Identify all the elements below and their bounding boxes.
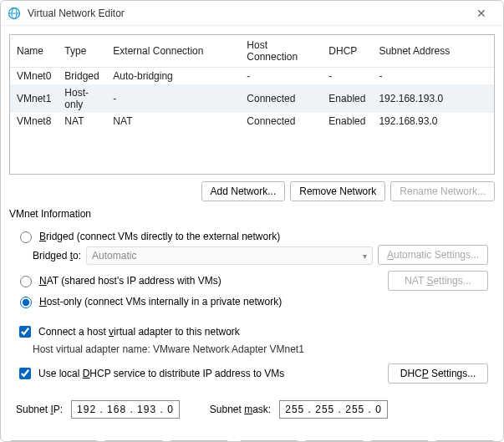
chevron-down-icon: ▾ bbox=[363, 251, 367, 261]
cell-name: VMnet0 bbox=[10, 68, 58, 85]
host-only-radio[interactable] bbox=[20, 297, 32, 308]
subnet-ip-label: Subnet IP: bbox=[16, 404, 63, 415]
subnet-mask-input[interactable]: 255 . 255 . 255 . 0 bbox=[279, 400, 388, 419]
col-external[interactable]: External Connection bbox=[106, 35, 240, 68]
cell-host: Connected bbox=[240, 113, 322, 130]
rename-network-button: Rename Network... bbox=[390, 181, 495, 201]
globe-icon bbox=[8, 7, 21, 20]
cell-dhcp: - bbox=[322, 68, 372, 85]
bridged-to-label: Bridged to: bbox=[33, 250, 81, 262]
cell-host: - bbox=[240, 68, 322, 85]
cell-name: VMnet8 bbox=[10, 113, 58, 130]
vmnet-info-heading: VMnet Information bbox=[9, 208, 495, 220]
cell-dhcp: Enabled bbox=[322, 84, 372, 113]
col-host[interactable]: Host Connection bbox=[240, 35, 322, 68]
cell-host: Connected bbox=[240, 84, 322, 113]
col-dhcp[interactable]: DHCP bbox=[322, 35, 372, 68]
cell-sub: 192.168.93.0 bbox=[372, 113, 494, 130]
use-dhcp-checkbox[interactable] bbox=[19, 368, 31, 379]
cell-type: Bridged bbox=[58, 68, 106, 85]
nat-label: NAT (shared host's IP address with VMs) bbox=[39, 275, 221, 287]
dhcp-settings-button[interactable]: DHCP Settings... bbox=[388, 363, 488, 384]
title-bar: Virtual Network Editor ✕ bbox=[1, 1, 503, 26]
network-table[interactable]: Name Type External Connection Host Conne… bbox=[9, 34, 495, 175]
adapter-name-line: Host virtual adapter name: VMware Networ… bbox=[33, 343, 488, 355]
cell-sub: 192.168.193.0 bbox=[372, 84, 494, 113]
automatic-settings-button: Automatic Settings... bbox=[378, 245, 488, 265]
cell-ext: NAT bbox=[106, 113, 240, 130]
connect-adapter-label: Connect a host virtual adapter to this n… bbox=[38, 326, 240, 338]
nat-settings-button: NAT Settings... bbox=[388, 271, 488, 291]
use-dhcp-label: Use local DHCP service to distribute IP … bbox=[38, 368, 284, 379]
close-icon[interactable]: ✕ bbox=[466, 7, 496, 20]
cell-type: NAT bbox=[58, 113, 106, 130]
table-row[interactable]: VMnet1Host-only-ConnectedEnabled192.168.… bbox=[10, 84, 494, 113]
bridged-to-select: Automatic ▾ bbox=[86, 246, 373, 265]
subnet-ip-input[interactable]: 192 . 168 . 193 . 0 bbox=[71, 400, 180, 419]
host-only-label: Host-only (connect VMs internally in a p… bbox=[39, 296, 282, 307]
cell-type: Host-only bbox=[58, 84, 106, 113]
cell-ext: - bbox=[106, 84, 240, 113]
remove-network-button[interactable]: Remove Network bbox=[290, 181, 385, 201]
col-type[interactable]: Type bbox=[58, 35, 106, 68]
cell-dhcp: Enabled bbox=[322, 113, 372, 130]
bridged-to-value: Automatic bbox=[92, 250, 136, 262]
col-subnet[interactable]: Subnet Address bbox=[372, 35, 494, 68]
table-header-row: Name Type External Connection Host Conne… bbox=[10, 35, 494, 68]
bridged-radio[interactable] bbox=[20, 231, 32, 243]
col-name[interactable]: Name bbox=[10, 35, 58, 68]
add-network-button[interactable]: Add Network... bbox=[201, 181, 286, 201]
nat-radio[interactable] bbox=[20, 276, 32, 287]
bridged-label: BBridged (connect VMs directly to the ex… bbox=[39, 231, 280, 242]
table-row[interactable]: VMnet8NATNATConnectedEnabled192.168.93.0 bbox=[10, 113, 494, 130]
subnet-mask-label: Subnet mask: bbox=[210, 404, 271, 415]
connect-adapter-checkbox[interactable] bbox=[19, 326, 31, 338]
cell-sub: - bbox=[372, 68, 494, 85]
cell-ext: Auto-bridging bbox=[106, 68, 240, 85]
table-row[interactable]: VMnet0BridgedAuto-bridging--- bbox=[10, 68, 494, 85]
cell-name: VMnet1 bbox=[10, 84, 58, 113]
window-title: Virtual Network Editor bbox=[28, 8, 466, 19]
